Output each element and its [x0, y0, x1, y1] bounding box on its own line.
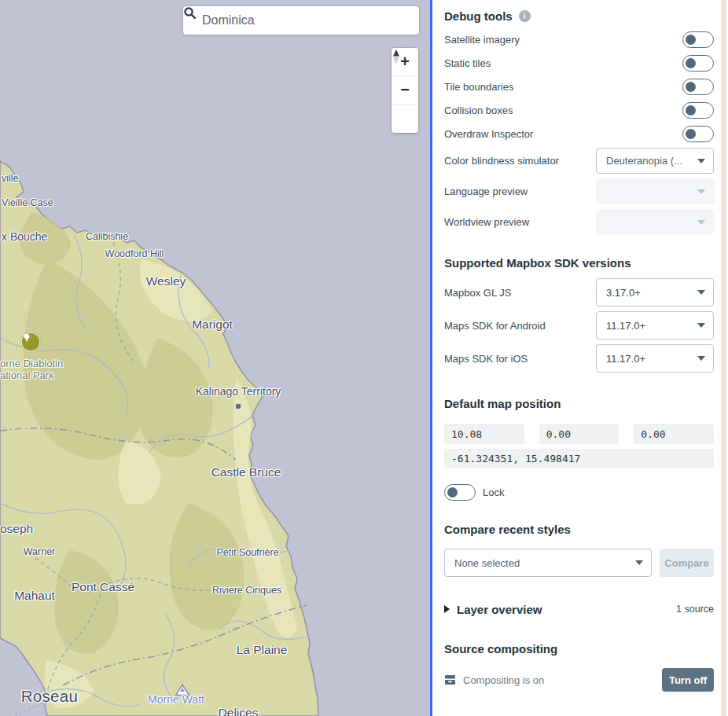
- tile-boundaries-toggle[interactable]: [682, 79, 714, 95]
- lock-label: Lock: [483, 487, 504, 498]
- layer-overview-title: Layer overview: [457, 603, 542, 616]
- debug-select-row: Language preview: [444, 176, 714, 207]
- toggle-label-overdraw-inspector: Overdraw Inspector: [444, 128, 533, 140]
- info-icon[interactable]: i: [519, 10, 531, 22]
- mapbox-gl-js-version-select[interactable]: 3.17.0+: [596, 278, 714, 307]
- toggle-label-static-tiles: Static tiles: [444, 57, 491, 69]
- compositing-status: Compositing is on: [463, 674, 544, 686]
- map-label-oseph: oseph: [0, 522, 33, 536]
- layer-overview-row: Layer overview 1 source: [444, 597, 714, 621]
- map-label-la-plaine: La Plaine: [237, 643, 288, 657]
- toggle-label-satellite-imagery: Satellite imagery: [444, 34, 520, 46]
- compare-button[interactable]: Compare: [660, 549, 714, 577]
- map-position-header: Default map position: [444, 397, 714, 410]
- worldview-preview-select: [596, 209, 714, 235]
- compare-styles-select[interactable]: None selected: [444, 549, 652, 577]
- bearing-value-input[interactable]: [539, 424, 620, 444]
- zoom-out-button[interactable]: −: [392, 76, 418, 105]
- debug-tools-title: Debug tools: [444, 9, 513, 23]
- source-count: 1 source: [676, 604, 714, 615]
- color-blindness-simulator-select[interactable]: Deuteranopia (...: [596, 148, 714, 174]
- compass-needle-icon: [392, 48, 401, 65]
- sdk-version-value: 3.17.0+: [606, 287, 641, 299]
- map-label-castle-bruce: Castle Bruce: [211, 465, 281, 479]
- toggle-label-tile-boundaries: Tile boundaries: [444, 81, 513, 93]
- debug-toggle-row: Overdraw Inspector: [444, 122, 714, 145]
- panel-scrollbar[interactable]: [721, 0, 726, 716]
- map-label-x-bouche: x Bouche: [2, 230, 47, 243]
- sdk-version-value: 11.17.0+: [606, 353, 645, 365]
- map-label-orne-diablotin: orne Diablotin: [0, 358, 63, 369]
- map-label-ville: ville: [2, 173, 19, 184]
- sdk-version-row: Mapbox GL JS3.17.0+: [444, 276, 714, 309]
- map-label-roseau: Roseau: [21, 687, 78, 706]
- pitch-value-input[interactable]: [634, 424, 714, 444]
- map-label-vieille-case: Vieille Case: [2, 197, 53, 208]
- debug-panel: Debug tools i Satellite imageryStatic ti…: [430, 0, 728, 716]
- select-label-color-blindness-simulator: Color blindness simulator: [444, 155, 559, 167]
- chevron-down-icon: [697, 189, 705, 194]
- database-icon: [444, 674, 456, 685]
- toggle-knob: [686, 35, 696, 45]
- expand-triangle-icon: [444, 605, 450, 613]
- select-label-worldview-preview: Worldview preview: [444, 216, 529, 228]
- map-label-kalinago-territory: Kalinago Territory: [196, 385, 281, 398]
- select-label-language-preview: Language preview: [444, 185, 528, 197]
- debug-select-row: Worldview preview: [444, 207, 714, 237]
- debug-toggle-row: Satellite imagery: [444, 28, 714, 51]
- map-zoom-controls: + −: [392, 48, 418, 133]
- toggle-knob: [686, 58, 696, 68]
- debug-toggle-row: Static tiles: [444, 51, 714, 75]
- satellite-imagery-toggle[interactable]: [682, 31, 714, 48]
- settlement-dot: [235, 403, 242, 410]
- toggle-knob: [447, 487, 458, 498]
- compass-button[interactable]: [392, 105, 418, 133]
- source-compositing-header: Source compositing: [444, 642, 714, 655]
- sdk-version-row: Maps SDK for Android11.17.0+: [444, 309, 714, 342]
- sdk-label-maps-sdk-for-ios: Maps SDK for iOS: [444, 353, 528, 365]
- debug-select-row: Color blindness simulatorDeuteranopia (.…: [444, 145, 714, 176]
- debug-toggle-row: Collision boxes: [444, 98, 714, 122]
- map-label-pont-cass: Pont Cassé: [72, 580, 134, 594]
- map-label-riviere-ciriques: Riviere Ciriques: [212, 585, 281, 596]
- sdk-versions-header: Supported Mapbox SDK versions: [444, 256, 714, 270]
- language-preview-select: [596, 178, 714, 204]
- debug-tools-header: Debug tools i: [444, 9, 714, 23]
- map-label-delices: Delices: [219, 706, 259, 716]
- lock-toggle[interactable]: [444, 484, 476, 501]
- maps-sdk-for-android-version-select[interactable]: 11.17.0+: [596, 311, 714, 340]
- toggle-knob: [686, 82, 696, 92]
- chevron-down-icon: [635, 560, 643, 565]
- map-label-warner: Warner: [24, 546, 56, 557]
- sdk-label-mapbox-gl-js: Mapbox GL JS: [444, 287, 512, 299]
- chevron-down-icon: [697, 323, 705, 328]
- select-value: Deuteranopia (...: [606, 155, 682, 167]
- sdk-version-value: 11.17.0+: [606, 320, 645, 332]
- compare-styles-header: Compare recent styles: [444, 523, 714, 536]
- chevron-down-icon: [697, 159, 705, 163]
- map-label-ational-park: ational Park: [0, 369, 54, 381]
- map-label-woodford-hill: Woodford Hill: [105, 248, 164, 259]
- overdraw-inspector-toggle[interactable]: [682, 126, 714, 142]
- collision-boxes-toggle[interactable]: [682, 102, 714, 119]
- toggle-knob: [686, 129, 696, 139]
- maps-sdk-for-ios-version-select[interactable]: 11.17.0+: [596, 344, 714, 373]
- chevron-down-icon: [697, 220, 705, 225]
- toggle-label-collision-boxes: Collision boxes: [444, 105, 513, 116]
- layer-overview-toggle[interactable]: Layer overview: [444, 603, 542, 616]
- chevron-down-icon: [697, 290, 705, 295]
- search-input[interactable]: [200, 13, 410, 28]
- center-coordinates-input[interactable]: [444, 449, 714, 468]
- zoom-value-input[interactable]: [444, 424, 524, 444]
- static-tiles-toggle[interactable]: [682, 55, 714, 72]
- toggle-knob: [686, 105, 696, 116]
- map-label-petit-soufri-re: Petit Soufrière: [216, 547, 278, 558]
- map-label-calibishie: Calibishie: [86, 231, 128, 242]
- sdk-version-row: Maps SDK for iOS11.17.0+: [444, 342, 714, 375]
- turn-off-button[interactable]: Turn off: [662, 668, 714, 692]
- sdk-label-maps-sdk-for-android: Maps SDK for Android: [444, 320, 546, 332]
- chevron-down-icon: [697, 356, 705, 361]
- map-label-morne-watt: Morne Watt: [148, 693, 204, 706]
- map-canvas[interactable]: villeVieille Casex BoucheCalibishieWoodf…: [0, 0, 430, 716]
- map-art: [0, 0, 430, 716]
